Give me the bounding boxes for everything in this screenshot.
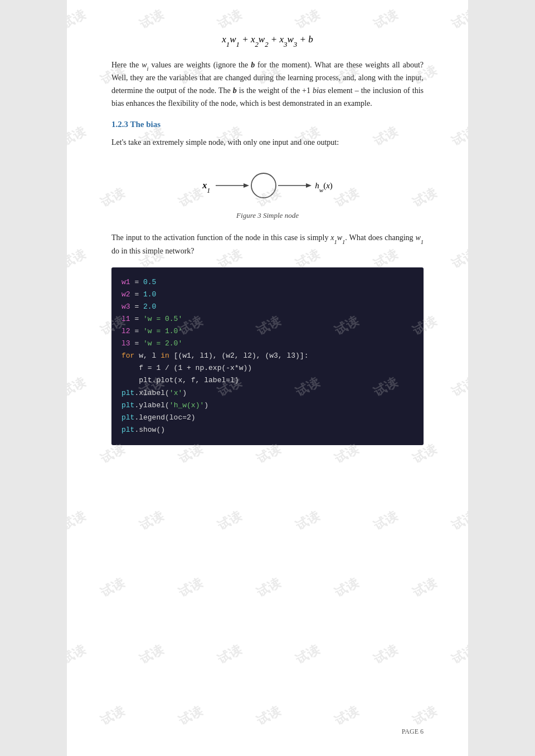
watermark: 试读 [137,508,166,534]
input-label: x1 [202,181,210,191]
watermark: 试读 [215,6,244,33]
code-block: w1 = 0.5 w2 = 1.0 w3 = 2.0 l1 = 'w = 0.5… [111,267,424,445]
figure-area: x1 hw(x) [111,165,424,206]
watermark: 试读 [449,123,468,150]
watermark: 试读 [371,6,400,33]
watermark: 试读 [449,508,468,534]
watermark: 试读 [67,246,89,272]
watermark: 试读 [176,574,205,601]
watermark: 试读 [410,574,439,601]
watermark: 试读 [371,508,400,534]
paragraph-1: Here the wi values are weights (ignore t… [111,58,424,110]
page: 试读 试读 试读 试读 试读 试读 试读 试读 试读 试读 试读 试读 试读 试… [67,0,468,756]
watermark: 试读 [293,641,322,668]
watermark: 试读 [371,641,400,668]
watermark: 试读 [254,703,283,729]
arrow-in [216,182,249,189]
watermark: 试读 [215,508,244,534]
watermark: 试读 [449,374,468,401]
watermark: 试读 [137,6,166,33]
watermark: 试读 [176,703,205,729]
watermark: 试读 [98,703,127,729]
watermark: 试读 [449,246,468,272]
page-number: PAGE 6 [402,728,424,736]
code-line-2: w2 = 1.0 [121,289,414,301]
formula-text: x1w1 + x2w2 + x3w3 + b [222,34,313,45]
watermark: 试读 [67,123,89,150]
watermark: 试读 [67,508,89,534]
code-line-1: w1 = 0.5 [121,276,414,289]
code-line-11: plt.ylabel('h_w(x)') [121,399,414,412]
paragraph-2: Let's take an extremely simple node, wit… [111,136,424,149]
watermark: 试读 [254,574,283,601]
formula-block: x1w1 + x2w2 + x3w3 + b [111,33,424,45]
watermark: 试读 [98,574,127,601]
neuron-node [249,171,278,200]
watermark: 试读 [67,6,89,33]
code-line-8: f = 1 / (1 + np.exp(-x*w)) [121,362,414,374]
code-line-13: plt.show() [121,424,414,436]
watermark: 试读 [449,641,468,668]
watermark: 试读 [137,641,166,668]
svg-point-2 [251,173,276,198]
node-diagram: x1 hw(x) [202,171,333,200]
watermark: 试读 [410,703,439,729]
output-label: hw(x) [315,181,333,191]
figure-caption: Figure 3 Simple node [111,211,424,220]
arrow-out [278,182,312,189]
svg-marker-1 [244,183,249,188]
main-content: x1w1 + x2w2 + x3w3 + b Here the wi value… [111,33,424,445]
watermark: 试读 [67,374,89,401]
code-line-4: l1 = 'w = 0.5' [121,313,414,325]
code-line-7: for w, l in [(w1, l1), (w2, l2), (w3, l3… [121,350,414,362]
watermark: 试读 [449,6,468,33]
code-line-10: plt.xlabel('x') [121,387,414,399]
watermark: 试读 [215,641,244,668]
code-line-12: plt.legend(loc=2) [121,412,414,424]
code-line-3: w3 = 2.0 [121,301,414,313]
watermark: 试读 [332,703,361,729]
paragraph-3: The input to the activation function of … [111,231,424,257]
watermark: 试读 [293,508,322,534]
watermark: 试读 [67,641,89,668]
watermark: 试读 [293,6,322,33]
svg-marker-4 [306,183,312,188]
watermark: 试读 [332,574,361,601]
code-line-6: l3 = 'w = 2.0' [121,338,414,350]
code-line-5: l2 = 'w = 1.0' [121,325,414,338]
section-heading-1-2-3: 1.2.3 The bias [111,120,424,129]
code-line-9: plt.plot(x, f, label=l) [121,374,414,387]
